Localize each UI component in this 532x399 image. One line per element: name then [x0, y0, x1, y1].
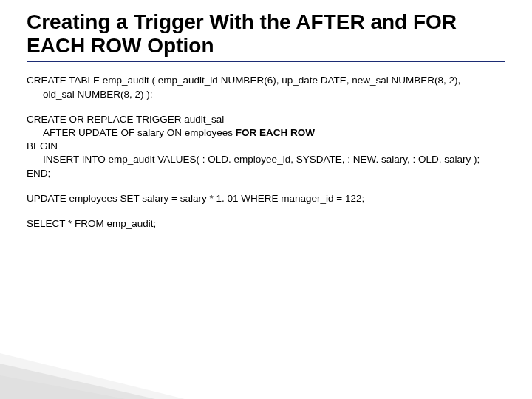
slide: Creating a Trigger With the AFTER and FO… — [0, 0, 532, 231]
code-block-create-trigger: CREATE OR REPLACE TRIGGER audit_sal AFTE… — [27, 113, 505, 180]
code-line: UPDATE employees SET salary = salary * 1… — [27, 192, 505, 205]
code-text: old_sal NUMBER(8, 2) ); — [27, 88, 153, 101]
code-line: SELECT * FROM emp_audit; — [27, 217, 505, 231]
code-line: END; — [27, 167, 505, 180]
svg-marker-2 — [0, 353, 185, 399]
code-block-create-table: CREATE TABLE emp_audit ( emp_audit_id NU… — [27, 74, 505, 100]
code-block-update: UPDATE employees SET salary = salary * 1… — [27, 192, 505, 205]
code-block-select: SELECT * FROM emp_audit; — [27, 217, 505, 231]
code-keyword-for-each-row: FOR EACH ROW — [236, 127, 315, 138]
code-text: AFTER UPDATE OF salary ON employees — [43, 127, 236, 138]
svg-marker-0 — [0, 375, 126, 399]
code-line: BEGIN — [27, 140, 505, 153]
corner-wedge-decoration — [0, 347, 192, 399]
code-line: old_sal NUMBER(8, 2) ); — [27, 88, 505, 101]
code-text: INSERT INTO emp_audit VALUES( : OLD. emp… — [27, 153, 480, 166]
page-title: Creating a Trigger With the AFTER and FO… — [27, 10, 505, 62]
code-line: CREATE OR REPLACE TRIGGER audit_sal — [27, 113, 505, 126]
code-line: INSERT INTO emp_audit VALUES( : OLD. emp… — [27, 153, 505, 166]
code-line: AFTER UPDATE OF salary ON employees FOR … — [27, 126, 505, 140]
svg-marker-1 — [0, 364, 155, 399]
code-line: CREATE TABLE emp_audit ( emp_audit_id NU… — [27, 74, 505, 87]
code-segment: AFTER UPDATE OF salary ON employees FOR … — [27, 126, 315, 140]
